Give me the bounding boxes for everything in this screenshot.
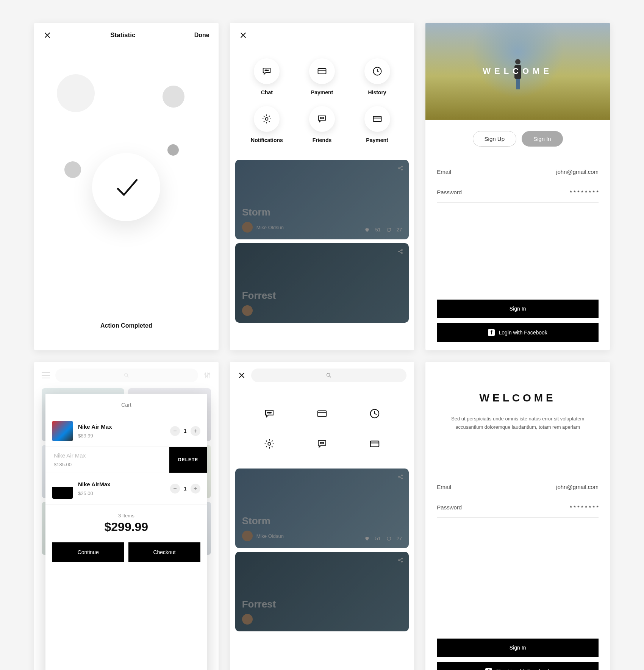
button-label: Login with Facebook [499,330,547,336]
filter-icon[interactable] [203,372,211,379]
svg-point-13 [399,251,400,252]
gear-icon [261,114,272,124]
svg-point-14 [402,250,403,251]
done-button[interactable]: Done [194,32,209,39]
form-fields: Emailjohn@gmail.com Password* * * * * * … [425,158,610,206]
clock-icon [372,66,383,77]
svg-point-36 [402,561,403,562]
menu-item-payment[interactable]: Payment [296,58,348,95]
cart-title: Cart [45,394,207,415]
qty-plus[interactable]: + [191,484,200,494]
close-icon[interactable] [43,31,52,39]
facebook-button[interactable]: fSign Up with Facebook [437,662,599,670]
cart-item: Nike AirMax$25.00 −1+ [45,473,207,504]
card-author: Mike Oldsun [256,533,284,539]
menu-item-notifications[interactable]: Notifications [241,106,293,143]
password-field[interactable]: Password* * * * * * * * [437,182,599,203]
card-icon[interactable] [369,438,380,450]
qty-minus[interactable]: − [170,426,180,436]
gear-icon[interactable] [264,438,275,450]
quantity-stepper: −1+ [170,426,200,436]
feed-card: Storm Mike Oldsun 5127 [235,469,409,548]
chat-icon[interactable] [316,438,328,450]
menu-item-friends[interactable]: Friends [296,106,348,143]
product-price: $89.99 [78,433,165,439]
svg-point-15 [402,253,403,254]
continue-button[interactable]: Continue [52,542,124,562]
comments: 27 [397,536,402,541]
card-stats: 51 27 [364,227,402,233]
svg-point-8 [323,118,324,119]
svg-point-22 [269,412,270,413]
qty-plus[interactable]: + [191,426,200,436]
card-icon [372,114,383,124]
success-message: Action Completed [34,322,219,329]
menu-icon[interactable] [42,372,50,378]
card-icon[interactable] [316,408,328,419]
menu-label: Payment [311,89,333,95]
button-group: Sign In fSign Up with Facebook [437,639,599,670]
feed-card: Forrest [235,243,409,323]
decor-circle [64,161,81,178]
welcome-body: WELCOME Sed ut perspiciatis unde omnis i… [425,362,610,431]
email-field[interactable]: Emailjohn@gmail.com [437,477,599,497]
menu-item-chat[interactable]: Chat [241,58,293,95]
email-field[interactable]: Emailjohn@gmail.com [437,162,599,182]
svg-point-7 [322,118,322,119]
cart-total: $299.99 [54,520,199,534]
menu-item-history[interactable]: History [352,58,403,95]
password-field[interactable]: Password* * * * * * * * [437,497,599,518]
svg-point-29 [323,442,324,444]
close-icon[interactable] [239,31,247,39]
svg-point-19 [208,373,209,374]
clock-icon[interactable] [369,408,380,419]
svg-point-6 [320,118,321,119]
card-title: Storm [242,206,402,218]
svg-rect-3 [318,69,326,74]
share-icon [397,248,403,255]
field-value: john@gmail.com [556,169,599,175]
welcome-copy: Sed ut perspiciatis unde omnis iste natu… [437,415,599,431]
success-check-circle [92,153,160,221]
facebook-button[interactable]: fLogin with Facebook [437,323,599,342]
signin-button[interactable]: Sign In [437,300,599,318]
top-bar [230,362,414,389]
auth-tabs: Sign Up Sign In [425,120,610,158]
product-price: $25.00 [78,490,165,496]
chat-icon[interactable] [264,408,275,419]
menu-label: Notifications [251,137,283,143]
feed-dimmed: Storm Mike Oldsun 51 27 Forrest [230,156,414,350]
qty-minus[interactable]: − [170,484,180,494]
close-icon[interactable] [238,371,246,380]
avatar [242,222,253,233]
signin-button[interactable]: Sign In [437,639,599,657]
screen-menu-overlay: Chat Payment History Notifications Frien… [230,23,414,350]
svg-point-27 [320,442,321,444]
welcome-title: WELCOME [483,66,553,76]
screen-welcome-hero: WELCOME Sign Up Sign In Emailjohn@gmail.… [425,23,610,350]
screen-welcome-plain: WELCOME Sed ut perspiciatis unde omnis i… [425,362,610,670]
search-input[interactable] [55,369,198,382]
svg-point-33 [402,478,403,479]
cart-item: Nike Air Max$185.00 DELETE [45,447,207,473]
likes-count: 51 [375,227,380,233]
checkout-button[interactable]: Checkout [128,542,200,562]
feed-card: Storm Mike Oldsun 51 27 [235,160,409,239]
menu-label: History [368,89,386,95]
signin-tab[interactable]: Sign In [522,131,563,147]
likes: 51 [375,536,380,541]
screen-cart-modal: F Forrest Sea Cart Nike Air Max$89.99 −1… [34,362,219,670]
search-input[interactable] [251,369,407,382]
header: Statistic Done [34,23,219,48]
success-body [34,48,219,326]
chat-icon [317,114,327,124]
quantity-stepper: −1+ [170,484,200,494]
signup-tab[interactable]: Sign Up [473,131,516,147]
top-bar [34,362,219,389]
icon-grid [230,389,414,465]
button-label: Sign Up with Facebook [496,668,550,670]
delete-button[interactable]: DELETE [169,447,207,473]
product-image [52,478,73,499]
menu-label: Chat [261,89,273,95]
menu-item-payment-2[interactable]: Payment [352,106,403,143]
